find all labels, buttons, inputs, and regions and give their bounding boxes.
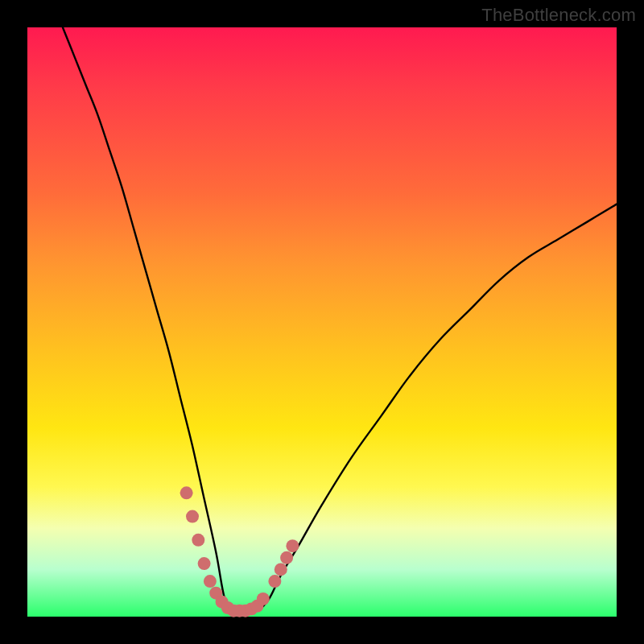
highlight-dot [280, 551, 293, 564]
highlight-dot [257, 592, 270, 605]
highlight-dot [198, 557, 211, 570]
highlight-dot [268, 575, 281, 588]
bottleneck-curve [63, 27, 617, 612]
chart-svg [27, 27, 617, 617]
highlight-dot [192, 534, 204, 547]
highlight-dot [275, 563, 287, 576]
highlight-dot [186, 510, 199, 523]
highlight-dot [204, 575, 217, 588]
chart-frame: TheBottleneck.com [0, 0, 644, 644]
highlight-dot [286, 539, 299, 552]
highlight-dots [180, 486, 299, 617]
watermark-text: TheBottleneck.com [481, 5, 636, 26]
highlight-dot [180, 486, 193, 499]
plot-area [27, 27, 617, 617]
